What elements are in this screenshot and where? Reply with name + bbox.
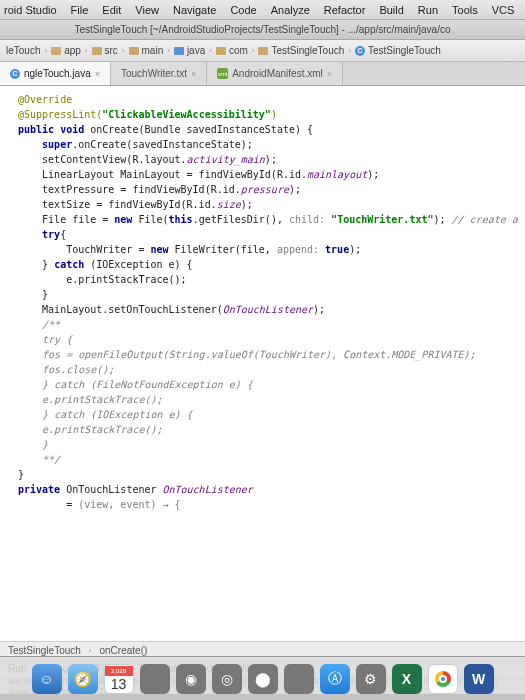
macos-dock: ☺ 🧭 2,028 13 ◉ ◎ ⬤ Ⓐ ⚙ X W (0, 656, 525, 700)
window-title: TestSingleTouch [~/AndroidStudioProjects… (74, 24, 450, 35)
finder-icon[interactable]: ☺ (32, 664, 62, 694)
breadcrumb-item[interactable]: TestSingleTouch (258, 45, 344, 56)
struct-method[interactable]: onCreate() (100, 645, 148, 656)
menu-analyze[interactable]: Analyze (271, 4, 310, 16)
dock-app-icon[interactable]: ⚙ (356, 664, 386, 694)
macos-menubar: roid Studio File Edit View Navigate Code… (0, 0, 525, 20)
tab-label: AndroidManifest.xml (232, 68, 323, 79)
breadcrumb-item[interactable]: main (129, 45, 164, 56)
menu-vcs[interactable]: VCS (492, 4, 515, 16)
menu-tools[interactable]: Tools (452, 4, 478, 16)
tab-xml-file[interactable]: xml AndroidManifest.xml × (207, 62, 343, 85)
safari-icon[interactable]: 🧭 (68, 664, 98, 694)
breadcrumb-item[interactable]: src (92, 45, 118, 56)
menu-build[interactable]: Build (379, 4, 403, 16)
menu-run[interactable]: Run (418, 4, 438, 16)
menu-edit[interactable]: Edit (102, 4, 121, 16)
breadcrumb-item[interactable]: com (216, 45, 248, 56)
breadcrumb-item[interactable]: app (51, 45, 81, 56)
tab-java-file[interactable]: C ngleTouch.java × (0, 62, 111, 85)
menu-navigate[interactable]: Navigate (173, 4, 216, 16)
menu-code[interactable]: Code (230, 4, 256, 16)
breadcrumb-item[interactable]: java (174, 45, 205, 56)
editor-tabs: C ngleTouch.java × TouchWriter.txt × xml… (0, 62, 525, 86)
xml-icon: xml (217, 68, 228, 79)
breadcrumb-item[interactable]: CTestSingleTouch (355, 45, 441, 56)
close-icon[interactable]: × (95, 69, 100, 79)
menu-refactor[interactable]: Refactor (324, 4, 366, 16)
close-icon[interactable]: × (327, 69, 332, 79)
breadcrumb-item[interactable]: leTouch (6, 45, 40, 56)
calendar-icon[interactable]: 2,028 13 (104, 664, 134, 694)
appstore-icon[interactable]: Ⓐ (320, 664, 350, 694)
excel-icon[interactable]: X (392, 664, 422, 694)
tab-text-file[interactable]: TouchWriter.txt × (111, 62, 207, 85)
tab-label: ngleTouch.java (24, 68, 91, 79)
chrome-icon[interactable] (428, 664, 458, 694)
app-name: roid Studio (4, 4, 57, 16)
window-titlebar: TestSingleTouch [~/AndroidStudioProjects… (0, 20, 525, 40)
menu-file[interactable]: File (71, 4, 89, 16)
dock-app-icon[interactable]: ⬤ (248, 664, 278, 694)
tab-label: TouchWriter.txt (121, 68, 187, 79)
dock-app-icon[interactable]: ◎ (212, 664, 242, 694)
breadcrumb: leTouch› app› src› main› java› com› Test… (0, 40, 525, 62)
dock-app-icon[interactable]: ◉ (176, 664, 206, 694)
code-editor[interactable]: @Override @SuppressLint("ClickableViewAc… (0, 86, 525, 642)
java-class-icon: C (10, 69, 20, 79)
close-icon[interactable]: × (191, 69, 196, 79)
dock-app-icon[interactable] (140, 664, 170, 694)
struct-class[interactable]: TestSingleTouch (8, 645, 81, 656)
word-icon[interactable]: W (464, 664, 494, 694)
dock-app-icon[interactable] (284, 664, 314, 694)
menu-view[interactable]: View (135, 4, 159, 16)
